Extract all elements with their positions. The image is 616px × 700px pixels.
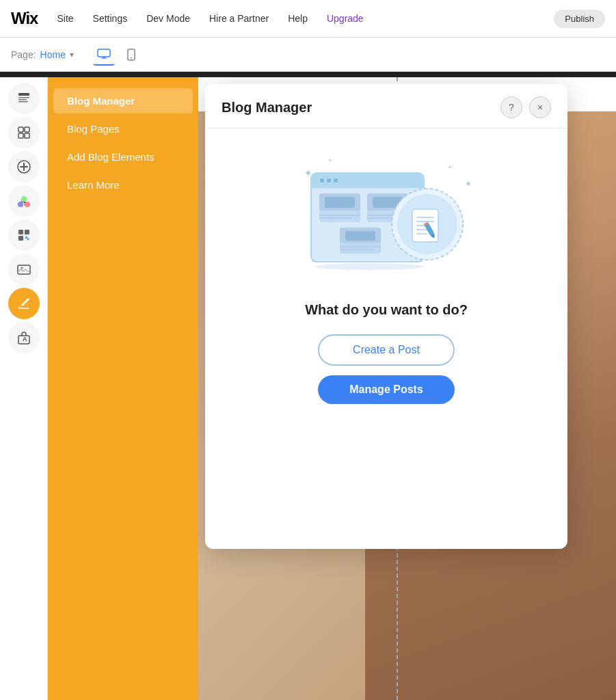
- page-chevron-icon: ▾: [70, 50, 74, 59]
- blog-illustration: ✦ + + ✦ +: [291, 149, 482, 286]
- editor-black-bar: [0, 72, 616, 77]
- svg-point-62: [314, 263, 424, 270]
- canvas-area: My Blog Blog Manager ? × ✦: [198, 77, 616, 700]
- blog-manager-modal: Blog Manager ? × ✦ + + ✦ +: [205, 84, 567, 549]
- device-switcher: [93, 44, 142, 66]
- nav-item-dev-mode[interactable]: Dev Mode: [146, 13, 190, 24]
- nav-item-upgrade[interactable]: Upgrade: [327, 13, 364, 24]
- svg-point-34: [327, 178, 331, 183]
- panel-body: ✦ + + ✦ +: [205, 129, 567, 431]
- svg-rect-20: [18, 236, 23, 241]
- svg-point-16: [18, 202, 23, 207]
- svg-rect-3: [18, 93, 29, 96]
- page-name: Home: [40, 49, 66, 60]
- svg-rect-6: [18, 101, 28, 103]
- editor-area: A: [0, 77, 616, 700]
- svg-rect-19: [25, 230, 29, 234]
- svg-point-33: [320, 178, 324, 183]
- menu-item-blog-manager[interactable]: Blog Manager: [53, 88, 193, 113]
- page-selector[interactable]: Page: Home ▾: [11, 49, 74, 60]
- nav-item-hire-partner[interactable]: Hire a Partner: [209, 13, 269, 24]
- svg-text:+: +: [328, 157, 332, 164]
- menu-item-blog-pages[interactable]: Blog Pages: [53, 116, 193, 142]
- menu-item-learn-more[interactable]: Learn More: [53, 172, 193, 198]
- create-post-button[interactable]: Create a Post: [318, 334, 455, 366]
- svg-rect-8: [25, 127, 29, 132]
- svg-point-15: [25, 202, 30, 207]
- svg-point-22: [21, 267, 23, 269]
- svg-rect-38: [325, 197, 355, 208]
- top-navigation: Wix Site Settings Dev Mode Hire a Partne…: [0, 0, 616, 38]
- nav-item-settings[interactable]: Settings: [93, 13, 128, 24]
- page-label: Page:: [11, 49, 36, 60]
- svg-rect-5: [18, 99, 27, 100]
- mobile-view-button[interactable]: [120, 44, 142, 66]
- panel-title: Blog Manager: [222, 100, 312, 116]
- panel-header: Blog Manager ? ×: [205, 84, 567, 129]
- svg-point-2: [131, 57, 132, 59]
- action-buttons: Create a Post Manage Posts: [222, 334, 551, 404]
- panel-header-actions: ? ×: [500, 96, 551, 118]
- svg-rect-7: [18, 127, 23, 132]
- sidebar-icon-apps[interactable]: [8, 219, 40, 251]
- editor-toolbar: Page: Home ▾: [0, 38, 616, 72]
- svg-rect-48: [345, 231, 375, 241]
- menu-item-add-blog-elements[interactable]: Add Blog Elements: [53, 144, 193, 170]
- manage-posts-button[interactable]: Manage Posts: [318, 375, 455, 404]
- left-sidebar: A: [0, 77, 48, 700]
- sidebar-icon-blog[interactable]: [8, 288, 40, 319]
- nav-item-site[interactable]: Site: [57, 13, 73, 24]
- sidebar-icon-pages[interactable]: [8, 83, 40, 114]
- svg-point-17: [21, 196, 27, 202]
- nav-item-help[interactable]: Help: [288, 13, 308, 24]
- blog-sidebar-panel: Blog Manager Blog Pages Add Blog Element…: [48, 77, 198, 700]
- svg-rect-18: [18, 230, 23, 234]
- sidebar-icon-design[interactable]: A: [8, 185, 40, 217]
- sidebar-icon-elements[interactable]: [8, 117, 40, 148]
- sidebar-icon-market[interactable]: A: [8, 322, 40, 353]
- svg-text:+: +: [448, 163, 452, 171]
- svg-text:✦: ✦: [465, 179, 472, 189]
- svg-rect-9: [18, 133, 23, 138]
- close-button[interactable]: ×: [529, 96, 551, 118]
- sidebar-icon-media[interactable]: [8, 254, 40, 285]
- svg-rect-0: [98, 49, 110, 57]
- wix-logo: Wix: [11, 9, 38, 28]
- nav-right: Publish: [554, 10, 605, 28]
- svg-rect-4: [18, 97, 29, 98]
- svg-point-35: [334, 178, 338, 183]
- question-heading: What do you want to do?: [305, 302, 468, 318]
- svg-rect-10: [25, 133, 29, 138]
- publish-button[interactable]: Publish: [554, 10, 605, 28]
- sidebar-icon-add[interactable]: [8, 151, 40, 183]
- desktop-view-button[interactable]: [93, 44, 115, 66]
- svg-text:A: A: [23, 336, 27, 342]
- svg-rect-32: [311, 183, 424, 188]
- help-button[interactable]: ?: [500, 96, 522, 118]
